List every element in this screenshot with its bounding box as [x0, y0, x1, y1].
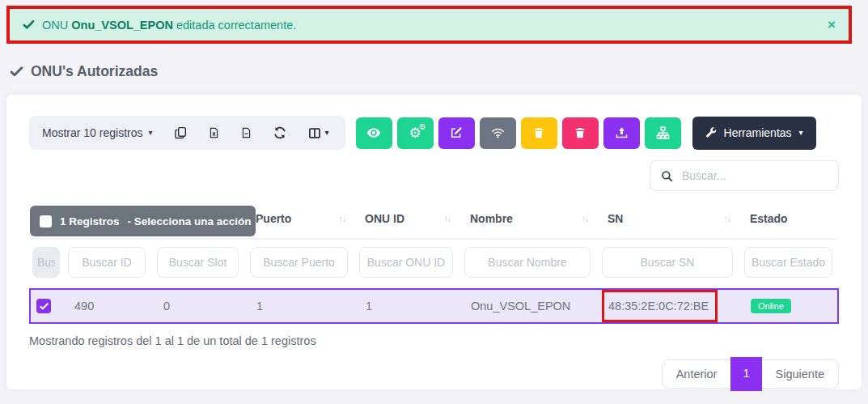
records-summary: Mostrando registros del 1 al 1 de un tot… [29, 334, 839, 347]
filter-puerto-input[interactable] [250, 247, 348, 278]
eye-icon [366, 125, 381, 140]
wifi-icon [490, 126, 506, 139]
sort-icon: ↑↓ [582, 214, 592, 223]
alert-text-suffix: editada correctamente. [173, 19, 296, 32]
show-entries-dropdown[interactable]: Mostrar 10 registros ▾ [42, 126, 153, 139]
wifi-button[interactable] [480, 117, 516, 149]
sitemap-icon [656, 126, 670, 139]
export-file-button[interactable] [241, 126, 252, 139]
success-alert: ONU Onu_VSOL_EPON editada correctamente.… [10, 9, 849, 40]
bulk-action-label: - Selecciona una acción [128, 215, 252, 228]
view-button[interactable] [356, 117, 392, 149]
cell-nombre: Onu_VSOL_EPON [459, 289, 596, 323]
alert-message: ONU Onu_VSOL_EPON editada correctamente. [42, 19, 296, 32]
delete-permanent-button[interactable] [562, 117, 599, 149]
table-filter-row [30, 239, 838, 289]
search-input[interactable] [682, 169, 828, 182]
cell-slot: 0 [151, 289, 244, 323]
cell-onu-id: 1 [354, 289, 459, 323]
page-title-text: ONU's Autorizadas [31, 63, 158, 80]
columns-icon [308, 127, 321, 139]
copy-icon [175, 126, 187, 139]
filter-slot-input[interactable] [157, 247, 239, 278]
gears-icon: ⚙⚙ [409, 126, 421, 140]
filter-id-input[interactable] [68, 247, 146, 278]
pagination-page-1[interactable]: 1 [730, 357, 761, 391]
cell-sn: 48:35:2E:0C:72:BE [608, 300, 709, 313]
copy-button[interactable] [175, 126, 187, 139]
status-badge: Online [751, 299, 791, 313]
search-icon [661, 170, 673, 182]
pagination-next[interactable]: Siguiente [762, 360, 838, 388]
delete-button[interactable] [521, 117, 557, 149]
edit-button[interactable] [438, 117, 475, 149]
sort-icon: ↑↓ [339, 214, 349, 223]
annotation-box-sn: 48:35:2E:0C:72:BE [602, 290, 718, 322]
onu-table-card: Mostrar 10 registros ▾ ▾ [6, 95, 862, 389]
chevron-down-icon: ▾ [799, 129, 803, 137]
chevron-down-icon: ▾ [148, 129, 152, 137]
column-header-nombre[interactable]: Nombre↑↓ [459, 202, 596, 239]
table-row: 490 0 1 1 Onu_VSOL_EPON 48:35:2E:0C:72:B… [30, 289, 838, 323]
chevron-down-icon: ▾ [260, 217, 264, 225]
topology-button[interactable] [645, 117, 681, 149]
table-header-row: 1 Registros - Selecciona una acción ▾ Pu… [30, 202, 838, 239]
cell-id: 490 [62, 289, 151, 323]
wrench-icon [705, 127, 717, 138]
sort-icon: ↑↓ [444, 214, 455, 223]
columns-visibility-button[interactable]: ▾ [308, 127, 329, 139]
close-icon[interactable]: × [828, 18, 836, 32]
check-icon [10, 65, 23, 79]
page-title: ONU's Autorizadas [10, 63, 868, 80]
upload-icon [616, 126, 628, 139]
file-icon [241, 126, 252, 139]
row-checkbox[interactable] [36, 299, 51, 313]
table-controls-group: Mostrar 10 registros ▾ ▾ [29, 116, 345, 150]
pagination-prev[interactable]: Anterior [663, 360, 731, 388]
sort-icon: ↑↓ [724, 214, 735, 223]
column-header-estado[interactable]: Estado [739, 202, 838, 239]
pagination: Anterior 1 Siguiente [662, 359, 839, 389]
bulk-action-dropdown[interactable]: 1 Registros - Selecciona una acción ▾ [30, 206, 256, 236]
filter-select-input [32, 247, 60, 278]
provision-button[interactable]: ⚙⚙ [397, 117, 434, 149]
filter-sn-input[interactable] [602, 247, 733, 278]
cell-puerto: 1 [244, 289, 354, 323]
filter-estado-input[interactable] [744, 247, 832, 278]
search-box [650, 160, 839, 191]
check-icon [23, 19, 35, 31]
column-header-sn[interactable]: SN↑↓ [596, 202, 739, 239]
column-header-onu-id[interactable]: ONU ID↑↓ [354, 202, 459, 239]
onu-table: 1 Registros - Selecciona una acción ▾ Pu… [29, 202, 839, 324]
alert-onu-name: Onu_VSOL_EPON [71, 19, 173, 32]
tools-dropdown[interactable]: Herramientas ▾ [692, 117, 816, 150]
refresh-icon [273, 126, 286, 139]
trash-icon [574, 126, 586, 139]
filter-nombre-input[interactable] [464, 247, 591, 278]
select-all-checkbox[interactable] [40, 215, 52, 228]
refresh-button[interactable] [273, 126, 286, 139]
alert-text-prefix: ONU [42, 19, 71, 32]
action-buttons: ⚙⚙ Herramientas ▾ [356, 117, 816, 150]
bulk-count-label: 1 Registros [60, 215, 120, 228]
file-excel-icon [209, 126, 219, 139]
upload-button[interactable] [603, 117, 640, 149]
toolbar: Mostrar 10 registros ▾ ▾ [29, 116, 839, 150]
tools-label: Herramientas [724, 126, 792, 139]
edit-icon [450, 126, 463, 139]
show-entries-label: Mostrar 10 registros [42, 126, 142, 139]
annotation-box-alert: ONU Onu_VSOL_EPON editada correctamente.… [6, 6, 852, 44]
chevron-down-icon: ▾ [325, 129, 329, 137]
filter-onu-id-input[interactable] [359, 247, 453, 278]
trash-icon [533, 126, 544, 139]
export-excel-button[interactable] [209, 126, 219, 139]
